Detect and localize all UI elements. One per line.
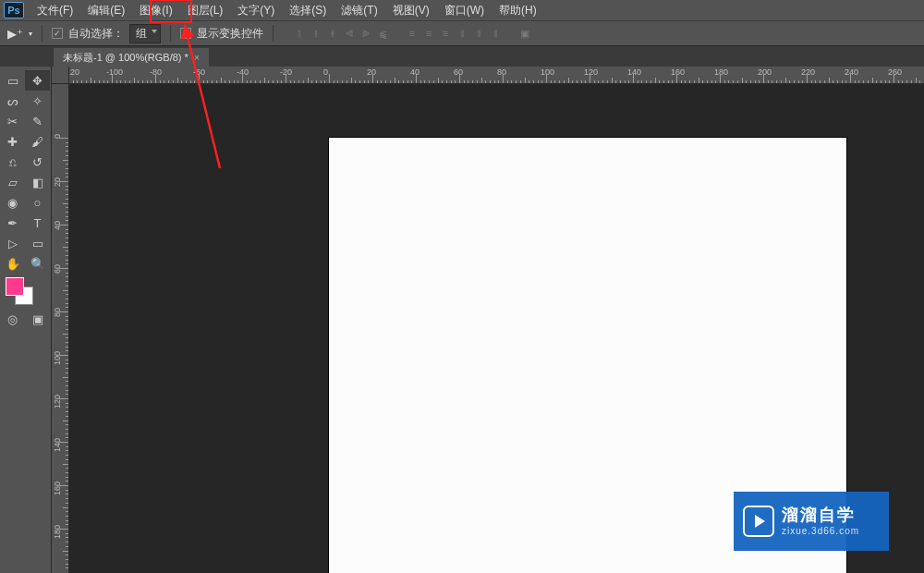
distribute-right-icon[interactable]: ⦀ [488, 26, 503, 41]
ruler-tick-label: 40 [410, 67, 419, 77]
auto-align-icon[interactable]: ▣ [517, 26, 532, 41]
tool-magic-wand[interactable]: ✧ [25, 91, 50, 111]
auto-select-label: 自动选择： [68, 26, 124, 42]
tool-dodge[interactable]: ○ [25, 192, 50, 213]
ruler-tick-label: -120 [69, 67, 79, 77]
distribute-top-icon[interactable]: ≡ [405, 26, 419, 41]
menu-help[interactable]: 帮助(H) [492, 1, 544, 20]
ruler-tick-label: 20 [367, 67, 376, 77]
tool-history-brush[interactable]: ↺ [25, 152, 50, 172]
tool-eraser[interactable]: ▱ [0, 172, 25, 192]
tool-lasso[interactable]: ᔕ [0, 91, 25, 111]
tool-healing-brush[interactable]: ✚ [0, 131, 25, 152]
distribute-bottom-icon[interactable]: ≡ [438, 26, 453, 41]
menu-select[interactable]: 选择(S) [282, 1, 334, 20]
align-top-icon[interactable]: ⫱ [292, 26, 307, 41]
menu-view[interactable]: 视图(V) [385, 1, 437, 20]
distribute-hcenter-icon[interactable]: ⦀ [471, 26, 486, 41]
align-left-icon[interactable]: ⫷ [342, 26, 357, 41]
divider-icon [170, 25, 171, 42]
distribute-left-icon[interactable]: ⦀ [455, 26, 469, 41]
ruler-horizontal[interactable]: -120-100-80-60-40-2002040608010012014016… [69, 67, 924, 84]
ruler-tick-label: 180 [53, 525, 62, 539]
tool-gradient[interactable]: ◧ [25, 172, 50, 192]
auto-select-checkbox[interactable] [52, 28, 63, 39]
screen-mode-icon[interactable]: ▣ [25, 309, 50, 329]
ruler-vertical[interactable]: 020406080100120140160180 [52, 84, 69, 573]
ruler-tick-label: 60 [53, 264, 62, 274]
close-icon[interactable]: × [194, 53, 200, 63]
quick-mask-icon[interactable]: ◎ [0, 309, 25, 329]
ruler-tick-label: 120 [53, 395, 62, 408]
menu-window[interactable]: 窗口(W) [437, 1, 492, 20]
foreground-swatch[interactable] [6, 277, 24, 296]
ruler-corner [52, 67, 69, 84]
options-bar: ▶⁺ ▾ 自动选择： 组 显示变换控件 ⫱ ⫲ ⫳ ⫷ ⫸ ⫹ ≡ ≡ ≡ ⦀ … [0, 20, 924, 46]
tool-crop[interactable]: ✂ [0, 111, 25, 131]
tool-path-select[interactable]: ▷ [0, 233, 25, 253]
align-vcenter-icon[interactable]: ⫲ [309, 26, 323, 41]
ruler-tick-label: 0 [323, 67, 328, 77]
ruler-tick-label: 60 [454, 67, 463, 77]
distribute-vcenter-icon[interactable]: ≡ [421, 26, 436, 41]
ruler-tick-label: 160 [671, 67, 685, 77]
ruler-tick-label: 180 [714, 67, 728, 77]
ruler-tick-label: 240 [845, 67, 858, 77]
divider-icon [42, 25, 43, 42]
toolbox: ▭✥ᔕ✧✂✎✚🖌⎌↺▱◧◉○✒T▷▭✋🔍 ◎ ▣ [0, 67, 52, 573]
ruler-tick-label: 220 [801, 67, 815, 77]
ruler-tick-label: 40 [53, 221, 62, 230]
ps-logo: Ps [4, 2, 24, 18]
menu-layer[interactable]: 图层(L) [180, 1, 231, 20]
ruler-tick-label: 160 [53, 482, 62, 495]
menu-type[interactable]: 文字(Y) [230, 1, 282, 20]
document-tab-bar: 未标题-1 @ 100%(RGB/8) * × [0, 46, 924, 67]
watermark-url: zixue.3d66.com [782, 526, 859, 537]
tool-move[interactable]: ✥ [25, 70, 50, 91]
ruler-tick-label: 80 [53, 308, 62, 317]
document-tab-title: 未标题-1 @ 100%(RGB/8) * [63, 51, 188, 65]
ruler-tick-label: 80 [497, 67, 506, 77]
align-hcenter-icon[interactable]: ⫸ [359, 26, 373, 41]
align-bottom-icon[interactable]: ⫳ [325, 26, 340, 41]
tool-pen[interactable]: ✒ [0, 213, 25, 233]
watermark-badge: 溜溜自学 zixue.3d66.com [734, 492, 889, 551]
ruler-tick-label: -100 [106, 67, 123, 77]
ruler-tick-label: 100 [541, 67, 554, 77]
menu-edit[interactable]: 编辑(E) [80, 1, 132, 20]
tool-type[interactable]: T [25, 213, 50, 233]
show-transform-label: 显示变换控件 [197, 26, 263, 42]
tool-brush[interactable]: 🖌 [25, 131, 50, 152]
menu-filter[interactable]: 滤镜(T) [334, 1, 384, 20]
ruler-tick-label: 20 [53, 177, 62, 187]
align-group: ⫱ ⫲ ⫳ ⫷ ⫸ ⫹ [292, 26, 390, 41]
tool-shape[interactable]: ▭ [25, 233, 50, 253]
select-mode-dropdown[interactable]: 组 [129, 24, 161, 43]
tool-hand[interactable]: ✋ [0, 253, 25, 274]
menu-bar: Ps 文件(F) 编辑(E) 图像(I) 图层(L) 文字(Y) 选择(S) 滤… [0, 0, 924, 20]
ruler-tick-label: 120 [584, 67, 598, 77]
show-transform-checkbox[interactable] [180, 28, 191, 39]
play-icon [743, 506, 774, 537]
divider-icon [273, 25, 274, 42]
tool-clone[interactable]: ⎌ [0, 152, 25, 172]
align-right-icon[interactable]: ⫹ [375, 26, 390, 41]
tool-rect-marquee[interactable]: ▭ [0, 70, 25, 91]
watermark-title: 溜溜自学 [782, 506, 859, 526]
document-tab[interactable]: 未标题-1 @ 100%(RGB/8) * × [54, 48, 209, 67]
tool-eyedropper[interactable]: ✎ [25, 111, 50, 131]
ruler-tick-label: 260 [888, 67, 902, 77]
menu-image[interactable]: 图像(I) [132, 1, 179, 20]
tool-zoom[interactable]: 🔍 [25, 253, 50, 274]
menu-file[interactable]: 文件(F) [30, 1, 80, 20]
ruler-tick-label: 100 [53, 351, 62, 365]
ruler-tick-label: 140 [627, 67, 641, 77]
ruler-tick-label: 200 [758, 67, 772, 77]
ruler-tick-label: 140 [53, 438, 62, 452]
color-swatches[interactable] [0, 274, 51, 309]
tool-blur[interactable]: ◉ [0, 192, 25, 213]
move-tool-icon: ▶⁺ [7, 27, 23, 41]
distribute-group: ≡ ≡ ≡ ⦀ ⦀ ⦀ [405, 26, 503, 41]
